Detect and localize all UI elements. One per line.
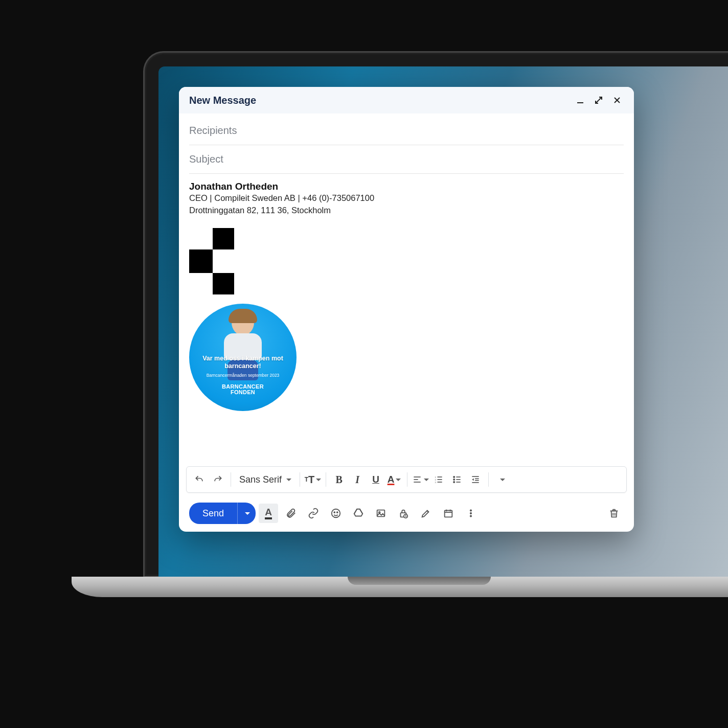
chevron-down-icon [316,479,321,481]
chevron-down-icon [500,479,505,481]
italic-button[interactable]: I [349,471,366,488]
send-button[interactable]: Send [189,503,237,524]
svg-point-23 [332,509,340,518]
compose-window: New Message Recipients [179,87,634,532]
bold-button[interactable]: B [330,471,348,488]
insert-signature-button[interactable] [416,504,436,523]
formatting-toggle-button[interactable]: A [259,504,278,523]
svg-point-35 [470,512,471,514]
send-button-group: Send [189,503,256,524]
svg-point-36 [470,515,471,517]
text-color-button[interactable]: A [385,471,403,488]
badge-brand: BARNCANCERFONDEN [222,384,264,396]
header-fields: Recipients Subject [179,113,634,174]
svg-point-25 [337,512,338,513]
font-family-picker[interactable]: Sans Serif [235,471,295,488]
badge-headline: Var med oss i kampen mot barncancer! [189,355,297,371]
chevron-down-icon [245,512,250,515]
badge-subline: Barncancermånaden september 2023 [207,373,280,378]
svg-marker-22 [472,479,473,481]
align-button[interactable] [412,471,429,488]
underline-button[interactable]: U [367,471,384,488]
chevron-down-icon [424,479,429,481]
more-formatting-button[interactable] [493,471,510,488]
numbered-list-button[interactable]: 123 [430,471,447,488]
attach-file-button[interactable] [281,504,301,523]
more-options-button[interactable] [461,504,481,523]
indent-decrease-button[interactable] [467,471,484,488]
svg-point-12 [453,476,455,478]
subject-input[interactable]: Subject [189,145,624,174]
svg-point-13 [453,479,455,481]
svg-rect-26 [377,510,385,517]
campaign-badge: Var med oss i kampen mot barncancer! Bar… [189,304,297,411]
message-body[interactable]: Jonathan Ortheden CEO | Compileit Sweden… [179,174,634,466]
company-logo [189,228,234,294]
chevron-down-icon [286,479,291,481]
bulleted-list-button[interactable] [448,471,466,488]
minimize-icon[interactable] [574,94,587,107]
insert-drive-button[interactable] [349,504,368,523]
send-options-button[interactable] [237,503,256,524]
signature-name: Jonathan Ortheden [189,181,624,192]
font-size-button[interactable]: TT [304,471,322,488]
insert-link-button[interactable] [304,504,323,523]
svg-point-14 [453,482,455,483]
close-icon[interactable] [610,94,624,107]
insert-emoji-button[interactable] [326,504,346,523]
screen-bezel: New Message Recipients [143,51,728,578]
undo-button[interactable] [191,471,208,488]
signature-line-1: CEO | Compileit Sweden AB | +46 (0)-7350… [189,192,624,204]
window-title: New Message [189,95,568,106]
schedule-send-button[interactable] [439,504,458,523]
expand-icon[interactable] [592,94,605,107]
compose-titlebar: New Message [179,87,634,113]
redo-button[interactable] [209,471,226,488]
insert-photo-button[interactable] [371,504,391,523]
laptop-frame: New Message Recipients [143,51,728,613]
font-family-label: Sans Serif [239,474,282,485]
chevron-down-icon [396,479,401,481]
svg-point-34 [470,510,471,511]
signature-line-2: Drottninggatan 82, 111 36, Stockholm [189,204,624,217]
svg-rect-30 [445,511,452,517]
laptop-notch [348,577,491,585]
svg-text:3: 3 [435,481,437,484]
compose-action-bar: Send A [179,498,634,532]
confidential-mode-button[interactable] [394,504,413,523]
svg-point-24 [334,512,335,513]
discard-draft-button[interactable] [604,504,624,523]
desktop-wallpaper: New Message Recipients [158,66,728,578]
formatting-toolbar: Sans Serif TT B I U A [186,466,627,493]
recipients-input[interactable]: Recipients [189,117,624,145]
